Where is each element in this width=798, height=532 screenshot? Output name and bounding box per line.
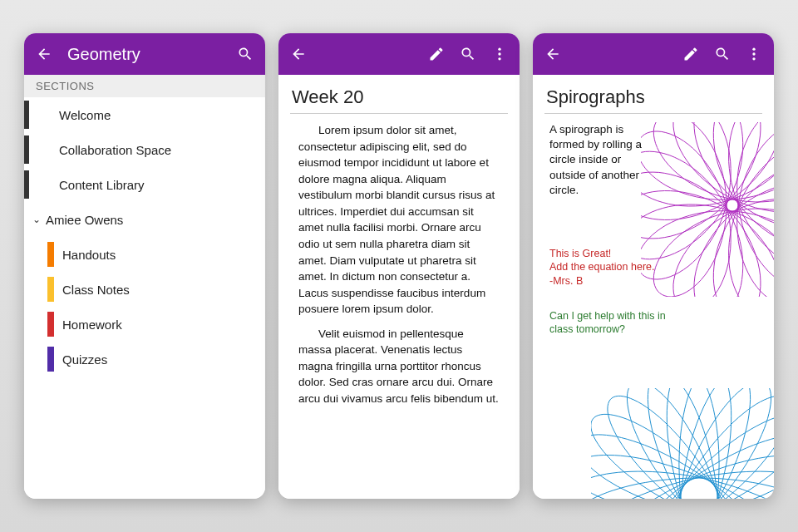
svg-point-5 [752, 57, 755, 60]
section-item-label: Content Library [36, 178, 145, 192]
section-item-label: Welcome [36, 108, 111, 122]
section-item-label: Quizzes [47, 352, 107, 367]
svg-point-4 [752, 52, 755, 55]
title-divider [544, 113, 762, 114]
section-item-handouts[interactable]: Handouts [24, 237, 265, 272]
paragraph: Velit euismod in pellentesque massa plac… [298, 326, 500, 407]
svg-point-1 [498, 52, 500, 55]
sections-header: SECTIONS [24, 75, 265, 97]
sections-panel: SECTIONS Welcome Collaboration Space Con… [24, 75, 265, 499]
search-icon[interactable] [456, 42, 480, 66]
section-item-quizzes[interactable]: Quizzes [24, 342, 265, 377]
spirograph-image-top [641, 122, 774, 297]
section-tab-icon [47, 242, 54, 267]
section-item-welcome[interactable]: Welcome [24, 97, 265, 132]
draw-icon[interactable] [679, 42, 702, 66]
section-item-homework[interactable]: Homework [24, 307, 265, 342]
note-title: Week 20 [278, 75, 520, 113]
page-title: Geometry [64, 45, 225, 64]
app-bar [278, 33, 520, 75]
section-item-label: Class Notes [47, 283, 130, 297]
section-tab-icon [47, 312, 54, 337]
svg-point-0 [498, 48, 500, 51]
section-item-collaboration[interactable]: Collaboration Space [24, 132, 265, 167]
paragraph: Lorem ipsum dolor sit amet, consectetur … [298, 122, 500, 318]
section-group-user[interactable]: ⌄ Amiee Owens [24, 202, 265, 237]
spirograph-image-bottom [591, 388, 774, 499]
phone-screen-note-week20: Week 20 Lorem ipsum dolor sit amet, cons… [278, 33, 520, 499]
back-icon[interactable] [287, 42, 310, 66]
section-tab-icon [24, 135, 29, 164]
phone-screen-note-spirographs: Spirographs A spirograph is formed by ro… [533, 33, 774, 499]
svg-point-2 [498, 57, 500, 60]
chevron-down-icon: ⌄ [32, 214, 41, 225]
svg-point-3 [752, 48, 755, 51]
search-icon[interactable] [234, 42, 257, 66]
phone-screen-sections: Geometry SECTIONS Welcome Collaboration … [24, 33, 265, 499]
section-item-class-notes[interactable]: Class Notes [24, 272, 265, 307]
overflow-menu-icon[interactable] [488, 42, 511, 66]
section-item-content-library[interactable]: Content Library [24, 167, 265, 202]
note-body: A spirograph is formed by rolling a circ… [533, 122, 774, 499]
title-divider [290, 113, 508, 114]
section-item-label: Handouts [47, 248, 116, 262]
note-body: Lorem ipsum dolor sit amet, consectetur … [278, 122, 520, 407]
note-title: Spirographs [533, 75, 774, 113]
section-group-label: Amiee Owens [46, 213, 123, 227]
app-bar: Geometry [24, 33, 265, 75]
search-icon[interactable] [711, 42, 734, 66]
draw-icon[interactable] [425, 42, 448, 66]
note-page[interactable]: Spirographs A spirograph is formed by ro… [533, 75, 774, 499]
note-page[interactable]: Week 20 Lorem ipsum dolor sit amet, cons… [278, 75, 520, 499]
section-tab-icon [24, 101, 29, 129]
section-tab-icon [47, 277, 54, 302]
app-bar [533, 33, 774, 75]
ink-annotation-green: Can I get help with this in class tomorr… [549, 309, 674, 337]
section-item-label: Homework [47, 318, 122, 332]
back-icon[interactable] [32, 42, 56, 66]
section-list: Welcome Collaboration Space Content Libr… [24, 97, 265, 377]
section-tab-icon [47, 347, 54, 372]
section-item-label: Collaboration Space [36, 143, 171, 157]
overflow-menu-icon[interactable] [742, 42, 766, 66]
section-tab-icon [24, 170, 29, 199]
back-icon[interactable] [541, 42, 564, 66]
